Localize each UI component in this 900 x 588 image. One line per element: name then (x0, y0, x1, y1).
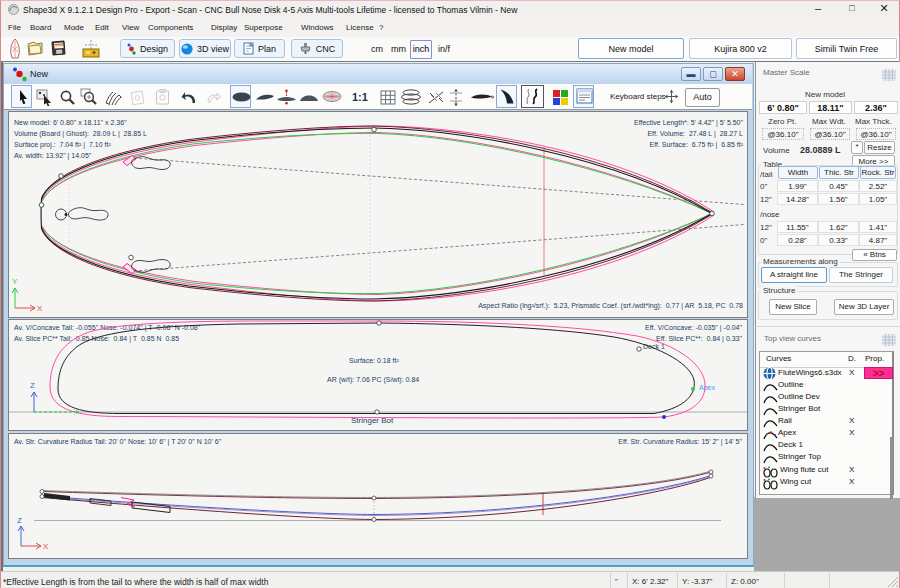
svg-text:Z: Z (30, 381, 35, 390)
svg-text:X: X (43, 542, 49, 551)
svg-text:X: X (37, 304, 43, 313)
svg-text:Z: Z (17, 516, 22, 525)
svg-text:Y: Y (12, 277, 18, 286)
